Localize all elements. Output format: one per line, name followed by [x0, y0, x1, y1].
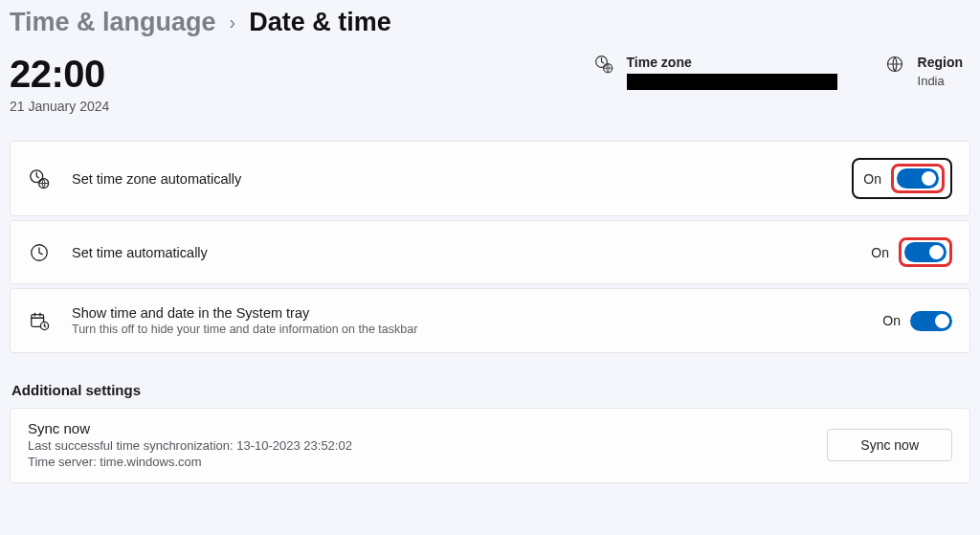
region-group: Region India: [885, 55, 963, 88]
section-heading-additional: Additional settings: [11, 382, 970, 398]
clock-date: 21 January 2024: [10, 99, 109, 114]
toggle-state-label: On: [863, 171, 881, 187]
setting-title: Show time and date in the System tray: [72, 305, 882, 321]
timezone-value-redacted: [627, 74, 837, 90]
chevron-right-icon: ›: [230, 11, 236, 33]
globe-icon: [885, 55, 904, 74]
highlight-red-box: [899, 237, 952, 267]
region-label: Region: [918, 55, 963, 70]
breadcrumb: Time & language › Date & time: [10, 8, 970, 37]
clock-icon: [28, 241, 51, 264]
sync-now-card: Sync now Last successful time synchroniz…: [10, 408, 970, 483]
globe-clock-icon: [594, 55, 613, 74]
setting-title: Set time zone automatically: [72, 171, 852, 187]
setting-title: Set time automatically: [72, 245, 871, 260]
globe-clock-icon: [28, 167, 51, 190]
toggle-state-label: On: [871, 245, 889, 260]
toggle-state-label: On: [882, 313, 901, 328]
clock-block: 22:00 21 January 2024: [10, 55, 109, 114]
sync-last-success: Last successful time synchronization: 13…: [28, 438, 827, 453]
sync-time-server: Time server: time.windows.com: [28, 455, 827, 469]
toggle-systray-time[interactable]: [910, 311, 952, 331]
breadcrumb-parent[interactable]: Time & language: [10, 8, 216, 37]
setting-auto-time: Set time automatically On: [10, 220, 970, 284]
setting-subtitle: Turn this off to hide your time and date…: [72, 323, 882, 336]
sync-now-button[interactable]: Sync now: [827, 429, 952, 461]
clock-time: 22:00: [10, 55, 109, 93]
highlight-red-box: [891, 164, 945, 193]
timezone-group: Time zone: [594, 55, 837, 90]
highlight-focus-box: On: [852, 158, 952, 199]
toggle-auto-timezone[interactable]: [897, 168, 939, 189]
sync-title: Sync now: [28, 420, 827, 436]
setting-auto-timezone: Set time zone automatically On: [10, 141, 970, 216]
toggle-auto-time[interactable]: [904, 242, 947, 262]
calendar-clock-icon: [28, 309, 51, 332]
breadcrumb-current: Date & time: [249, 8, 391, 37]
setting-systray-time: Show time and date in the System tray Tu…: [10, 288, 970, 353]
region-value: India: [918, 74, 963, 88]
timezone-label: Time zone: [627, 55, 837, 70]
header-info-row: 22:00 21 January 2024 Time zone: [10, 55, 970, 114]
